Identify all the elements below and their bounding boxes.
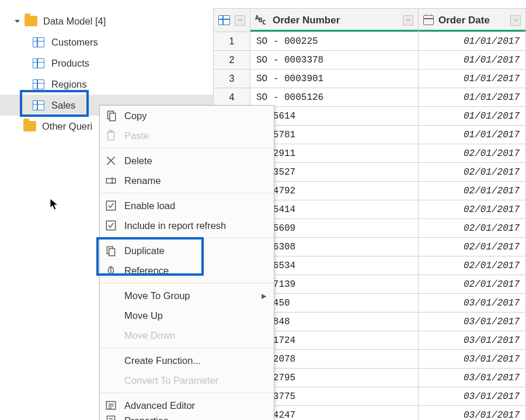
svg-rect-5 bbox=[106, 201, 115, 210]
menu-copy[interactable]: Copy bbox=[100, 106, 274, 126]
copy-icon bbox=[104, 109, 117, 122]
cell-order-number[interactable]: 0001724 bbox=[250, 331, 419, 350]
cell-order-date[interactable]: 03/01/2017 bbox=[419, 369, 526, 387]
menu-label: Include in report refresh bbox=[124, 220, 226, 231]
cell-order-date[interactable]: 01/01/2017 bbox=[419, 107, 526, 126]
menu-separator bbox=[100, 238, 274, 238]
menu-label: Paste bbox=[124, 130, 149, 141]
query-label: Customers bbox=[51, 37, 98, 48]
cell-order-date[interactable]: 02/01/2017 bbox=[419, 200, 526, 219]
query-customers[interactable]: Customers bbox=[0, 32, 213, 53]
cell-order-date[interactable]: 03/01/2017 bbox=[419, 313, 526, 331]
menu-move-to-group[interactable]: Move To Group ▸ bbox=[100, 286, 274, 306]
table-row[interactable]: 4SO - 000512601/01/2017 bbox=[214, 88, 526, 107]
cell-order-date[interactable]: 01/01/2017 bbox=[419, 51, 526, 70]
menu-label: Move Up bbox=[124, 310, 163, 321]
cell-order-date[interactable]: 03/01/2017 bbox=[419, 331, 526, 350]
menu-separator bbox=[100, 148, 274, 148]
column-filter-button[interactable] bbox=[403, 15, 413, 26]
menu-advanced-editor[interactable]: Advanced Editor bbox=[100, 395, 274, 415]
menu-move-up[interactable]: Move Up bbox=[100, 306, 274, 325]
cursor-icon bbox=[49, 197, 60, 213]
menu-include-refresh[interactable]: Include in report refresh bbox=[100, 216, 274, 235]
cell-order-date[interactable]: 01/01/2017 bbox=[419, 126, 526, 144]
query-products[interactable]: Products bbox=[0, 53, 213, 74]
row-number: 3 bbox=[214, 70, 250, 88]
cell-order-number[interactable]: 0006308 bbox=[250, 238, 419, 256]
menu-duplicate[interactable]: Duplicate bbox=[100, 241, 274, 261]
row-number-header[interactable] bbox=[214, 9, 250, 32]
table-icon bbox=[33, 100, 44, 110]
menu-delete[interactable]: Delete bbox=[100, 151, 274, 171]
cell-order-date[interactable]: 02/01/2017 bbox=[419, 144, 526, 163]
context-menu: Copy Paste Delete Rename Enable load Inc… bbox=[99, 105, 274, 420]
cell-order-number[interactable]: 0005414 bbox=[250, 200, 419, 219]
cell-order-number[interactable]: SO - 0003901 bbox=[250, 70, 419, 88]
svg-rect-4 bbox=[106, 179, 115, 183]
menu-separator bbox=[100, 283, 274, 283]
menu-separator bbox=[100, 348, 274, 348]
cell-order-date[interactable]: 01/01/2017 bbox=[419, 32, 526, 51]
menu-reference[interactable]: Reference bbox=[100, 261, 274, 280]
cell-order-number[interactable]: 0005609 bbox=[250, 219, 419, 238]
menu-enable-load[interactable]: Enable load bbox=[100, 196, 274, 216]
cell-order-number[interactable]: 0005781 bbox=[250, 126, 419, 144]
cell-order-number[interactable]: 0006534 bbox=[250, 256, 419, 275]
cell-order-number[interactable]: 0002795 bbox=[250, 369, 419, 387]
table-icon bbox=[33, 79, 44, 89]
query-label: Products bbox=[51, 58, 89, 69]
menu-create-function[interactable]: Create Function... bbox=[100, 350, 274, 370]
cell-order-number[interactable]: 0003527 bbox=[250, 163, 419, 182]
cell-order-number[interactable]: 0004792 bbox=[250, 182, 419, 200]
table-icon bbox=[33, 37, 44, 47]
column-header-order-number[interactable]: B Order Number bbox=[250, 9, 419, 32]
cell-order-date[interactable]: 03/01/2017 bbox=[419, 294, 526, 313]
menu-label: Move To Group bbox=[124, 290, 190, 301]
row-number: 2 bbox=[214, 51, 250, 70]
cell-order-number[interactable]: 0003775 bbox=[250, 387, 419, 406]
column-name: Order Number bbox=[273, 15, 398, 26]
column-filter-button[interactable] bbox=[510, 15, 521, 26]
cell-order-date[interactable]: 01/01/2017 bbox=[419, 88, 526, 107]
cell-order-date[interactable]: 02/01/2017 bbox=[419, 238, 526, 256]
table-row[interactable]: 3SO - 000390101/01/2017 bbox=[214, 70, 526, 88]
cell-order-number[interactable]: 0002078 bbox=[250, 350, 419, 369]
table-icon bbox=[33, 58, 44, 68]
paste-icon bbox=[104, 129, 117, 142]
menu-rename[interactable]: Rename bbox=[100, 171, 274, 190]
text-type-icon: B bbox=[255, 15, 268, 26]
table-menu-button[interactable] bbox=[235, 15, 245, 26]
cell-order-number[interactable]: 0005614 bbox=[250, 107, 419, 126]
menu-label: Create Function... bbox=[124, 355, 201, 366]
cell-order-date[interactable]: 02/01/2017 bbox=[419, 219, 526, 238]
query-label: Regions bbox=[51, 79, 87, 90]
table-row[interactable]: 2SO - 000337801/01/2017 bbox=[214, 51, 526, 70]
query-regions[interactable]: Regions bbox=[0, 74, 213, 95]
rename-icon bbox=[104, 174, 117, 187]
cell-order-date[interactable]: 03/01/2017 bbox=[419, 350, 526, 369]
menu-label: Copy bbox=[124, 110, 147, 122]
cell-order-date[interactable]: 02/01/2017 bbox=[419, 182, 526, 200]
cell-order-number[interactable]: SO - 000225 bbox=[250, 32, 419, 51]
table-row[interactable]: 1SO - 00022501/01/2017 bbox=[214, 32, 526, 51]
cell-order-date[interactable]: 02/01/2017 bbox=[419, 256, 526, 275]
column-header-order-date[interactable]: Order Date bbox=[419, 9, 526, 32]
cell-order-date[interactable]: 03/01/2017 bbox=[419, 387, 526, 406]
cell-order-date[interactable]: 02/01/2017 bbox=[419, 163, 526, 182]
cell-order-number[interactable]: SO - 0005126 bbox=[250, 88, 419, 107]
menu-separator bbox=[100, 393, 274, 393]
folder-data-model[interactable]: Data Model [4] bbox=[0, 11, 213, 32]
cell-order-number[interactable]: 0007139 bbox=[250, 275, 419, 294]
cell-order-date[interactable]: 01/01/2017 bbox=[419, 70, 526, 88]
cell-order-number[interactable]: 000848 bbox=[250, 313, 419, 331]
duplicate-icon bbox=[104, 244, 117, 257]
cell-order-date[interactable]: 02/01/2017 bbox=[419, 275, 526, 294]
cell-order-date[interactable]: 03/01/2017 bbox=[419, 406, 526, 421]
chevron-down-icon bbox=[14, 16, 22, 27]
cell-order-number[interactable]: SO - 0003378 bbox=[250, 51, 419, 70]
menu-properties[interactable]: Properties bbox=[100, 415, 274, 420]
cell-order-number[interactable]: 0004247 bbox=[250, 406, 419, 421]
cell-order-number[interactable]: 0002911 bbox=[250, 144, 419, 163]
cell-order-number[interactable]: 000450 bbox=[250, 294, 419, 313]
svg-rect-10 bbox=[107, 416, 114, 420]
